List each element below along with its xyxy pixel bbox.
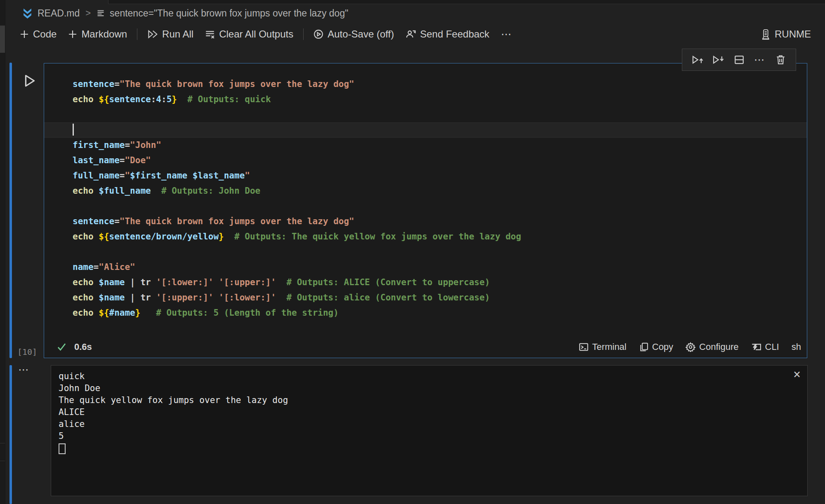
- clear-all-outputs-button[interactable]: Clear All Outputs: [199, 26, 299, 42]
- code-token: "Doe": [125, 155, 151, 165]
- code-token: [187, 171, 193, 181]
- code-line: echo $full_name # Outputs: John Doe: [44, 183, 807, 199]
- code-token: :: [161, 94, 167, 104]
- code-token: }: [219, 232, 224, 241]
- code-token: [94, 186, 99, 196]
- cell-status-right: Terminal Copy Configure: [579, 342, 801, 352]
- code-token: # Outputs: The quick yellow fox jumps ov…: [224, 232, 521, 241]
- auto-save-toggle[interactable]: Auto-Save (off): [308, 26, 400, 42]
- run-cell-button[interactable]: [21, 73, 38, 89]
- code-line: sentence="The quick brown fox jumps over…: [44, 77, 807, 92]
- code-token: '[:lower:]': [219, 293, 276, 302]
- output-line: ALICE: [59, 406, 791, 418]
- code-token: 5: [167, 94, 172, 104]
- code-token: |: [125, 277, 140, 287]
- output-more-button[interactable]: ⋯: [18, 363, 30, 376]
- runme-logo-icon: [22, 8, 33, 19]
- scrollbar-thumb[interactable]: [0, 26, 5, 53]
- code-token: $name: [99, 293, 125, 302]
- add-code-button[interactable]: Code: [14, 26, 62, 42]
- toolbar-divider: [303, 28, 304, 40]
- close-output-icon[interactable]: ×: [793, 368, 801, 380]
- code-token: echo: [73, 293, 94, 302]
- code-line: [44, 107, 807, 122]
- code-token: # Outputs: alice (Convert to lowercase): [276, 293, 490, 302]
- breadcrumb-separator: >: [85, 8, 92, 19]
- execute-above-button[interactable]: [691, 53, 705, 67]
- output-line: alice: [59, 418, 791, 430]
- cli-lightning-icon: [751, 342, 761, 352]
- code-token: echo: [73, 277, 94, 287]
- delete-cell-button[interactable]: [773, 53, 787, 67]
- ellipsis-icon: ⋯: [754, 54, 766, 66]
- code-token: #name: [109, 308, 135, 318]
- runme-brand-icon: [761, 29, 771, 40]
- code-token: =: [120, 171, 125, 181]
- code-line: [44, 122, 807, 138]
- toolbar-divider: [137, 28, 137, 40]
- cell-status-left: 0.6s: [57, 342, 92, 352]
- breadcrumb-cell[interactable]: sentence="The quick brown fox jumps over…: [110, 8, 348, 19]
- runme-brand[interactable]: RUNME: [755, 26, 817, 42]
- code-editor[interactable]: sentence="The quick brown fox jumps over…: [44, 63, 807, 336]
- code-token: =: [125, 140, 130, 150]
- code-token: '[:lower:]': [156, 277, 213, 287]
- toolbar-more-button[interactable]: ⋯: [495, 26, 518, 43]
- code-token: tr: [140, 293, 151, 302]
- terminal-button[interactable]: Terminal: [579, 342, 627, 352]
- code-line: echo ${#name} # Outputs: 5 (Length of th…: [44, 305, 807, 321]
- output-line: John Doe: [59, 382, 791, 394]
- code-token: }: [135, 308, 141, 318]
- notebook-toolbar: Code Markdown Run All Clear All Outputs: [14, 24, 817, 45]
- cell-more-button[interactable]: ⋯: [753, 53, 767, 67]
- code-token: name: [73, 262, 94, 272]
- configure-button[interactable]: Configure: [686, 342, 738, 352]
- execution-duration: 0.6s: [74, 342, 92, 352]
- code-token: echo: [73, 308, 94, 318]
- auto-save-icon: [314, 29, 323, 39]
- run-all-icon: [147, 29, 158, 39]
- send-feedback-button[interactable]: Send Feedback: [400, 26, 495, 42]
- code-token: full_name: [73, 171, 120, 181]
- code-token: ${: [99, 94, 109, 104]
- cli-button[interactable]: CLI: [751, 342, 779, 352]
- code-token: # Outputs: quick: [177, 94, 271, 104]
- copy-button[interactable]: Copy: [639, 342, 673, 352]
- code-line: echo ${sentence/brown/yellow} # Outputs:…: [44, 229, 807, 244]
- code-token: ${: [99, 308, 109, 318]
- code-line: last_name="Doe": [44, 153, 807, 168]
- activity-edge: [0, 0, 5, 504]
- code-line: echo $name | tr '[:upper:]' '[:lower:]' …: [44, 290, 807, 305]
- breadcrumb-file[interactable]: READ.md: [38, 8, 80, 19]
- cell-output: quickJohn DoeThe quick yellow fox jumps …: [51, 365, 808, 496]
- code-token: $full_name: [99, 186, 151, 196]
- code-token: [94, 232, 99, 241]
- code-token: '[:upper:]': [219, 277, 276, 287]
- code-token: "The quick brown fox jumps over the lazy…: [120, 216, 354, 226]
- breadcrumb: READ.md > sentence="The quick brown fox …: [22, 6, 348, 21]
- code-token: sentence: [109, 94, 151, 104]
- code-token: =: [114, 216, 120, 226]
- code-token: echo: [73, 232, 94, 241]
- run-all-button[interactable]: Run All: [141, 26, 199, 42]
- code-line: [44, 244, 807, 260]
- language-label[interactable]: sh: [792, 342, 801, 352]
- code-token: 4: [156, 94, 161, 104]
- code-token: sentence: [73, 216, 114, 226]
- add-markdown-button[interactable]: Markdown: [62, 26, 133, 42]
- code-line: name="Alice": [44, 260, 807, 275]
- code-token: sentence: [73, 79, 114, 89]
- code-token: sentence/brown/yellow: [109, 232, 219, 241]
- code-line: echo $name | tr '[:lower:]' '[:upper:]' …: [44, 275, 807, 290]
- split-cell-button[interactable]: [732, 53, 746, 67]
- code-token: [94, 293, 99, 302]
- text-cursor: [73, 124, 74, 136]
- code-line: [44, 199, 807, 214]
- code-token: ": [245, 171, 250, 181]
- copy-icon: [639, 342, 648, 352]
- feedback-person-icon: [405, 29, 416, 39]
- execute-below-button[interactable]: [711, 53, 725, 67]
- code-line: full_name="$first_name $last_name": [44, 168, 807, 183]
- code-token: =: [120, 155, 125, 165]
- output-line: 5: [59, 430, 791, 442]
